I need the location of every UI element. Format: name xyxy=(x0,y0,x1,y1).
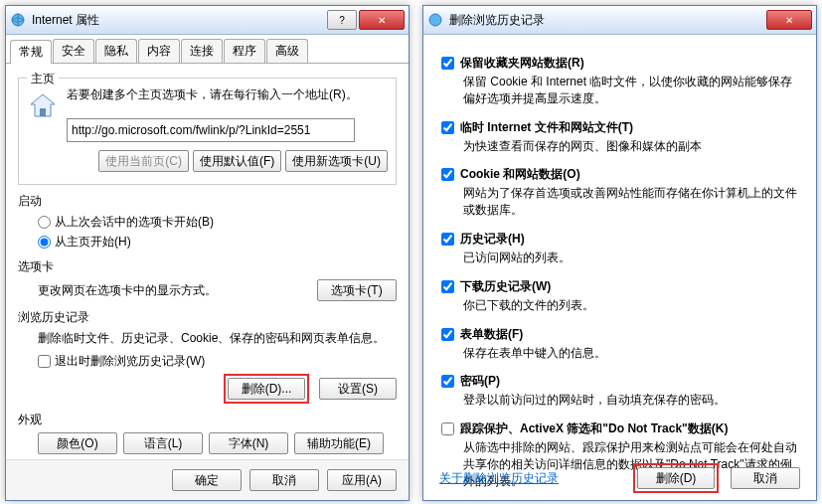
cancel-button[interactable]: 取消 xyxy=(731,467,800,489)
history-section: 浏览历史记录 删除临时文件、历史记录、Cookie、保存的密码和网页表单信息。 … xyxy=(18,309,397,404)
tab-content[interactable]: 内容 xyxy=(138,39,180,63)
history-option-1: 临时 Internet 文件和网站文件(T)为快速查看而保存的网页、图像和媒体的… xyxy=(441,119,798,155)
history-section-label: 浏览历史记录 xyxy=(18,309,397,326)
history-option-4: 下载历史记录(W)你已下载的文件的列表。 xyxy=(441,278,798,314)
startup-last-label: 从上次会话中的选项卡开始(B) xyxy=(55,214,214,231)
history-option-desc: 保留 Cookie 和 Internet 临时文件，以使你收藏的网站能够保存偏好… xyxy=(463,74,798,107)
help-button[interactable]: ? xyxy=(327,10,357,30)
about-delete-link[interactable]: 关于删除浏览历史记录 xyxy=(439,470,559,487)
titlebar: Internet 属性 ? ✕ xyxy=(6,6,409,35)
history-option-label: 历史记录(H) xyxy=(460,231,525,248)
history-option-checkbox[interactable] xyxy=(441,422,454,435)
history-option-6: 密码(P)登录以前访问过的网站时，自动填充保存的密码。 xyxy=(441,373,798,409)
history-option-checkbox[interactable] xyxy=(441,168,454,181)
homepage-hint: 若要创建多个主页选项卡，请在每行输入一个地址(R)。 xyxy=(27,86,388,103)
titlebar: 删除浏览历史记录 ✕ xyxy=(423,6,816,35)
history-option-label: Cookie 和网站数据(O) xyxy=(460,166,580,183)
tab-strip: 常规 安全 隐私 内容 连接 程序 高级 xyxy=(6,39,409,64)
internet-options-icon xyxy=(10,12,26,28)
history-option-checkbox[interactable] xyxy=(441,57,454,70)
history-option-label: 密码(P) xyxy=(460,373,500,390)
history-option-5: 表单数据(F)保存在表单中键入的信息。 xyxy=(441,326,798,362)
history-option-label: 下载历史记录(W) xyxy=(460,278,551,295)
tabs-section-label: 选项卡 xyxy=(18,258,397,275)
history-desc: 删除临时文件、历史记录、Cookie、保存的密码和网页表单信息。 xyxy=(38,330,397,347)
dialog-bottom-bar: 确定 取消 应用(A) xyxy=(6,459,409,500)
appearance-label: 外观 xyxy=(18,412,397,428)
history-option-checkbox[interactable] xyxy=(441,375,454,388)
history-option-2: Cookie 和网站数据(O)网站为了保存首选项或改善网站性能而存储在你计算机上… xyxy=(441,166,798,219)
ok-button[interactable]: 确定 xyxy=(172,469,242,491)
apply-button[interactable]: 应用(A) xyxy=(327,469,397,491)
startup-last-radio[interactable] xyxy=(38,216,51,229)
history-option-label: 保留收藏夹网站数据(R) xyxy=(460,55,584,72)
tab-advanced[interactable]: 高级 xyxy=(266,39,308,63)
tabs-section: 选项卡 更改网页在选项卡中的显示方式。 选项卡(T) xyxy=(18,258,397,301)
history-option-desc: 已访问网站的列表。 xyxy=(463,250,798,266)
history-option-checkbox[interactable] xyxy=(441,328,454,341)
history-option-label: 临时 Internet 文件和网站文件(T) xyxy=(460,119,633,136)
homepage-group-title: 主页 xyxy=(27,71,59,87)
internet-properties-dialog: Internet 属性 ? ✕ 常规 安全 隐私 内容 连接 程序 高级 主页 … xyxy=(5,5,410,501)
history-option-3: 历史记录(H)已访问网站的列表。 xyxy=(441,231,798,266)
delete-history-icon xyxy=(427,12,443,28)
tab-programs[interactable]: 程序 xyxy=(224,39,265,63)
use-newtab-button[interactable]: 使用新选项卡(U) xyxy=(285,150,388,172)
delete-button-highlight: 删除(D)... xyxy=(224,374,309,404)
tab-general[interactable]: 常规 xyxy=(10,40,52,64)
delete-button-highlight: 删除(D) xyxy=(633,463,719,493)
dialog-title: 删除浏览历史记录 xyxy=(449,12,766,29)
startup-label: 启动 xyxy=(18,193,397,210)
tab-security[interactable]: 安全 xyxy=(53,39,94,63)
startup-section: 启动 从上次会话中的选项卡开始(B) 从主页开始(H) xyxy=(18,193,397,251)
svg-point-2 xyxy=(429,14,441,26)
dialog-title: Internet 属性 xyxy=(32,12,327,29)
tabs-button[interactable]: 选项卡(T) xyxy=(317,279,397,301)
homepage-group: 主页 若要创建多个主页选项卡，请在每行输入一个地址(R)。 使用当前页(C) 使… xyxy=(18,78,397,185)
use-default-button[interactable]: 使用默认值(F) xyxy=(193,150,281,172)
history-option-desc: 你已下载的文件的列表。 xyxy=(463,297,798,314)
delete-on-exit-checkbox[interactable] xyxy=(38,355,51,368)
colors-button[interactable]: 颜色(O) xyxy=(38,432,117,454)
fonts-button[interactable]: 字体(N) xyxy=(209,432,288,454)
close-button[interactable]: ✕ xyxy=(766,10,812,30)
language-button[interactable]: 语言(L) xyxy=(123,432,203,454)
delete-history-button[interactable]: 删除(D)... xyxy=(228,378,305,400)
history-option-desc: 保存在表单中键入的信息。 xyxy=(463,345,798,362)
appearance-section: 外观 颜色(O) 语言(L) 字体(N) 辅助功能(E) xyxy=(18,412,397,454)
history-option-label: 跟踪保护、ActiveX 筛选和"Do Not Track"数据(K) xyxy=(460,420,728,437)
delete-button[interactable]: 删除(D) xyxy=(637,467,715,489)
history-settings-button[interactable]: 设置(S) xyxy=(319,378,397,400)
history-option-desc: 网站为了保存首选项或改善网站性能而存储在你计算机上的文件或数据库。 xyxy=(463,185,798,219)
home-icon xyxy=(27,90,59,118)
tabs-desc: 更改网页在选项卡中的显示方式。 xyxy=(38,282,217,299)
close-button[interactable]: ✕ xyxy=(359,10,405,30)
history-option-checkbox[interactable] xyxy=(441,233,454,246)
use-current-button[interactable]: 使用当前页(C) xyxy=(98,150,189,172)
tab-privacy[interactable]: 隐私 xyxy=(95,39,137,63)
delete-on-exit-label: 退出时删除浏览历史记录(W) xyxy=(55,353,205,370)
dialog-bottom-bar: 关于删除浏览历史记录 删除(D) 取消 xyxy=(423,456,816,500)
svg-rect-1 xyxy=(40,108,46,116)
tab-connections[interactable]: 连接 xyxy=(181,39,223,63)
history-option-desc: 登录以前访问过的网站时，自动填充保存的密码。 xyxy=(463,392,798,409)
startup-home-radio[interactable] xyxy=(38,236,51,249)
history-option-0: 保留收藏夹网站数据(R)保留 Cookie 和 Internet 临时文件，以使… xyxy=(441,55,798,107)
history-option-desc: 为快速查看而保存的网页、图像和媒体的副本 xyxy=(463,138,798,155)
accessibility-button[interactable]: 辅助功能(E) xyxy=(294,432,384,454)
delete-history-dialog: 删除浏览历史记录 ✕ 保留收藏夹网站数据(R)保留 Cookie 和 Inter… xyxy=(422,5,817,501)
homepage-url-input[interactable] xyxy=(67,118,355,142)
history-option-label: 表单数据(F) xyxy=(460,326,523,343)
startup-home-label: 从主页开始(H) xyxy=(55,234,131,251)
history-option-checkbox[interactable] xyxy=(441,280,454,293)
history-option-checkbox[interactable] xyxy=(441,121,454,134)
cancel-button[interactable]: 取消 xyxy=(249,469,319,491)
